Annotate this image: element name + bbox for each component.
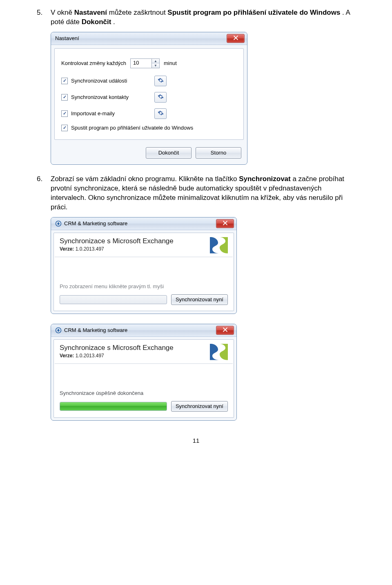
- titlebar[interactable]: CRM & Marketing software: [51, 217, 236, 230]
- version-value: 1.0.2013.497: [74, 353, 104, 359]
- version-label: Verze:: [60, 246, 74, 252]
- version-label: Verze:: [60, 353, 74, 359]
- interval-spinner[interactable]: 10 ▲ ▼: [130, 58, 160, 68]
- page-number: 11: [37, 437, 355, 444]
- titlebar[interactable]: CRM & Marketing software: [51, 324, 236, 337]
- window-title: CRM & Marketing software: [64, 220, 216, 226]
- step-5-number: 5.: [37, 8, 51, 27]
- text: Zobrazí se vám základní okno programu. K…: [51, 175, 239, 183]
- gear-icon: [158, 94, 164, 101]
- spinner-down-icon[interactable]: ▼: [152, 63, 159, 68]
- sync-heading: Synchronizace s Microsoft Exchange: [60, 237, 204, 245]
- sync-now-button[interactable]: Synchronizovat nyní: [171, 401, 228, 412]
- sync-heading: Synchronizace s Microsoft Exchange: [60, 344, 204, 352]
- close-icon: [234, 35, 238, 41]
- step-5: 5. V okně Nastavení můžete zaškrtnout Sp…: [37, 8, 355, 27]
- brand-logo-icon: [208, 344, 228, 360]
- brand-logo-icon: [208, 237, 228, 253]
- interval-row: Kontrolovat změny každých 10 ▲ ▼ minut: [61, 58, 237, 68]
- version-value: 1.0.2013.497: [74, 246, 104, 252]
- checkbox-label: Synchronizovat kontakty: [71, 94, 149, 100]
- checkbox-icon[interactable]: [61, 94, 68, 101]
- progress-bar: [60, 402, 167, 411]
- close-icon: [223, 327, 227, 333]
- checkbox-label: Synchronizovat události: [71, 78, 149, 84]
- progress-bar: [60, 295, 167, 304]
- close-button[interactable]: [227, 34, 245, 43]
- interval-label-suffix: minut: [164, 60, 177, 66]
- status-text: Synchronizace úspěšně dokončena: [54, 364, 234, 399]
- close-icon: [223, 220, 227, 226]
- finish-button[interactable]: Dokončit: [146, 147, 192, 159]
- checkbox-label: Spustit program po přihlášení uživatele …: [71, 125, 193, 131]
- app-icon: [55, 220, 62, 227]
- checkbox-run-on-login[interactable]: Spustit program po přihlášení uživatele …: [61, 125, 237, 131]
- status-text: Pro zobrazení menu klikněte pravým tl. m…: [54, 257, 234, 293]
- settings-dialog: Nastavení Kontrolovat změny každých 10 ▲…: [51, 32, 247, 165]
- window-title: Nastavení: [55, 35, 227, 41]
- checkbox-icon[interactable]: [61, 125, 68, 131]
- gear-icon: [158, 110, 164, 117]
- interval-label-prefix: Kontrolovat změny každých: [61, 60, 126, 66]
- step-6-number: 6.: [37, 175, 51, 212]
- checkbox-icon[interactable]: [61, 78, 68, 84]
- text: můžete zaškrtnout: [109, 9, 168, 16]
- checkbox-icon[interactable]: [61, 110, 68, 117]
- checkbox-sync-contacts[interactable]: Synchronizovat kontakty: [61, 92, 237, 103]
- close-button[interactable]: [216, 326, 234, 335]
- checkbox-sync-events[interactable]: Synchronizovat události: [61, 76, 237, 86]
- gear-button[interactable]: [154, 108, 167, 119]
- interval-value[interactable]: 10: [131, 59, 151, 68]
- text-bold: Nastavení: [74, 9, 107, 16]
- gear-button[interactable]: [154, 92, 167, 103]
- close-button[interactable]: [216, 219, 234, 228]
- cancel-button[interactable]: Storno: [196, 147, 241, 159]
- text: V okně: [51, 9, 74, 16]
- text: .: [113, 18, 115, 26]
- titlebar[interactable]: Nastavení: [51, 32, 247, 45]
- gear-button[interactable]: [154, 76, 167, 86]
- sync-now-button[interactable]: Synchronizovat nyní: [171, 294, 228, 305]
- window-title: CRM & Marketing software: [64, 327, 216, 333]
- sync-window-idle: CRM & Marketing software Synchronizace s…: [51, 217, 237, 314]
- text-bold: Dokončit: [82, 18, 111, 26]
- spinner-up-icon[interactable]: ▲: [152, 59, 159, 64]
- app-icon: [55, 327, 62, 334]
- gear-icon: [158, 77, 164, 85]
- sync-window-done: CRM & Marketing software Synchronizace s…: [51, 324, 237, 421]
- checkbox-import-emails[interactable]: Importovat e-maily: [61, 108, 237, 119]
- step-6: 6. Zobrazí se vám základní okno programu…: [37, 175, 355, 212]
- text-bold: Synchronizovat: [239, 175, 291, 183]
- text-bold: Spustit program po přihlášení uživatele …: [167, 9, 340, 16]
- checkbox-label: Importovat e-maily: [71, 110, 149, 117]
